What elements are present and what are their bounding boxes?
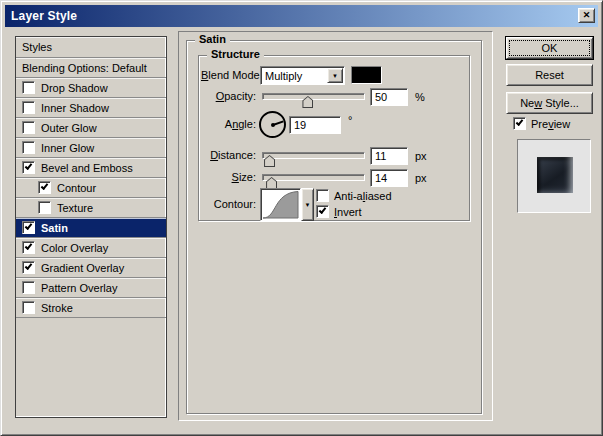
ok-button[interactable]: OK	[506, 37, 593, 59]
check-icon	[516, 118, 524, 126]
chevron-down-icon[interactable]: ▼	[327, 68, 343, 83]
sidebar-item-inner-glow[interactable]: Inner Glow	[16, 138, 166, 158]
invert-checkbox[interactable]	[316, 205, 329, 218]
sidebar-item-label: Contour	[57, 182, 96, 194]
contour-dropdown-button[interactable]: ▼	[301, 188, 314, 221]
distance-label: Distance:	[201, 149, 256, 161]
style-checkbox[interactable]	[22, 161, 35, 174]
blend-color-swatch[interactable]	[351, 66, 382, 84]
blend-mode-label: Blend Mode:	[201, 69, 256, 81]
contour-curve-icon	[261, 189, 300, 220]
structure-group-title: Structure	[207, 48, 264, 60]
distance-slider[interactable]	[262, 152, 365, 159]
style-checkbox[interactable]	[22, 221, 35, 234]
invert-option[interactable]: Invert	[316, 205, 362, 218]
sidebar-item-satin[interactable]: Satin	[16, 218, 166, 238]
styles-list: Styles Blending Options: DefaultDrop Sha…	[15, 36, 167, 418]
anti-aliased-checkbox[interactable]	[316, 189, 329, 202]
sidebar-item-label: Bevel and Emboss	[41, 162, 133, 174]
sidebar-item-drop-shadow[interactable]: Drop Shadow	[16, 78, 166, 98]
sidebar-item-label: Inner Glow	[41, 142, 94, 154]
sidebar-item-label: Pattern Overlay	[41, 282, 117, 294]
check-icon	[25, 162, 33, 170]
styles-list-header: Styles	[16, 37, 166, 58]
distance-slider-thumb[interactable]	[264, 155, 275, 167]
contour-label: Contour:	[201, 198, 256, 210]
style-checkbox[interactable]	[38, 201, 51, 214]
distance-unit: px	[415, 150, 427, 162]
sidebar-item-label: Satin	[41, 222, 68, 234]
style-checkbox[interactable]	[22, 241, 35, 254]
close-button[interactable]: ✕	[578, 8, 595, 23]
dialog-title: Layer Style	[11, 9, 77, 23]
preview-label: Preview	[531, 118, 570, 130]
title-bar[interactable]: Layer Style ✕	[5, 5, 598, 27]
new-style-button[interactable]: New Style...	[506, 92, 593, 114]
opacity-slider[interactable]	[262, 93, 365, 100]
style-checkbox[interactable]	[22, 121, 35, 134]
sidebar-item-label: Blending Options: Default	[22, 62, 147, 74]
sidebar-item-pattern-overlay[interactable]: Pattern Overlay	[16, 278, 166, 298]
blend-mode-dropdown[interactable]: Multiply ▼	[260, 66, 345, 85]
sidebar-item-color-overlay[interactable]: Color Overlay	[16, 238, 166, 258]
opacity-field[interactable]: 50	[370, 88, 408, 106]
sidebar-item-blending-options-default[interactable]: Blending Options: Default	[16, 58, 166, 78]
sidebar-item-bevel-and-emboss[interactable]: Bevel and Emboss	[16, 158, 166, 178]
check-icon	[25, 222, 33, 230]
check-icon	[25, 262, 33, 270]
sidebar-item-contour[interactable]: Contour	[16, 178, 166, 198]
main-panel: Satin Structure Blend Mode: Multiply ▼ O…	[178, 31, 493, 421]
size-label: Size:	[201, 171, 256, 183]
structure-group: Structure Blend Mode: Multiply ▼ Opacity…	[198, 55, 470, 221]
sidebar-item-label: Gradient Overlay	[41, 262, 124, 274]
angle-field[interactable]: 19	[289, 116, 341, 134]
opacity-label: Opacity:	[201, 90, 256, 102]
style-checkbox[interactable]	[38, 181, 51, 194]
style-checkbox[interactable]	[22, 281, 35, 294]
angle-hub	[271, 123, 275, 127]
preview-option[interactable]: Preview	[513, 117, 570, 130]
angle-label: Angle:	[201, 118, 256, 130]
size-field[interactable]: 14	[370, 169, 408, 187]
angle-unit: °	[348, 114, 352, 126]
close-icon: ✕	[583, 11, 591, 20]
size-slider[interactable]	[262, 174, 365, 181]
check-icon	[25, 242, 33, 250]
satin-group: Satin Structure Blend Mode: Multiply ▼ O…	[186, 40, 482, 414]
style-checkbox[interactable]	[22, 81, 35, 94]
opacity-unit: %	[415, 91, 425, 103]
sidebar-item-stroke[interactable]: Stroke	[16, 298, 166, 318]
layer-style-dialog: Layer Style ✕ Styles Blending Options: D…	[0, 0, 603, 436]
sidebar-item-label: Outer Glow	[41, 122, 97, 134]
sidebar-item-label: Color Overlay	[41, 242, 108, 254]
reset-button[interactable]: Reset	[506, 64, 593, 86]
anti-aliased-label: Anti-aliased	[334, 190, 392, 202]
style-preview	[517, 139, 591, 213]
opacity-slider-thumb[interactable]	[302, 96, 313, 108]
new-style-label: New Style...	[520, 97, 579, 109]
style-checkbox[interactable]	[22, 141, 35, 154]
satin-group-title: Satin	[195, 33, 230, 45]
size-unit: px	[415, 172, 427, 184]
chevron-down-icon: ▼	[305, 202, 311, 208]
style-checkbox[interactable]	[22, 101, 35, 114]
sidebar-item-texture[interactable]: Texture	[16, 198, 166, 218]
sidebar-item-label: Drop Shadow	[41, 82, 108, 94]
check-icon	[319, 206, 327, 214]
angle-dial[interactable]	[259, 111, 286, 138]
blend-mode-value: Multiply	[261, 70, 327, 82]
sidebar-item-label: Stroke	[41, 302, 73, 314]
contour-thumbnail[interactable]	[260, 188, 301, 221]
sidebar-item-label: Inner Shadow	[41, 102, 109, 114]
invert-label: Invert	[334, 206, 362, 218]
check-icon	[41, 182, 49, 190]
distance-field[interactable]: 11	[370, 147, 408, 165]
anti-aliased-option[interactable]: Anti-aliased	[316, 189, 392, 202]
sidebar-item-outer-glow[interactable]: Outer Glow	[16, 118, 166, 138]
style-checkbox[interactable]	[22, 261, 35, 274]
sidebar-item-gradient-overlay[interactable]: Gradient Overlay	[16, 258, 166, 278]
preview-checkbox[interactable]	[513, 117, 526, 130]
sidebar-item-inner-shadow[interactable]: Inner Shadow	[16, 98, 166, 118]
sidebar-item-label: Texture	[57, 202, 93, 214]
style-checkbox[interactable]	[22, 301, 35, 314]
